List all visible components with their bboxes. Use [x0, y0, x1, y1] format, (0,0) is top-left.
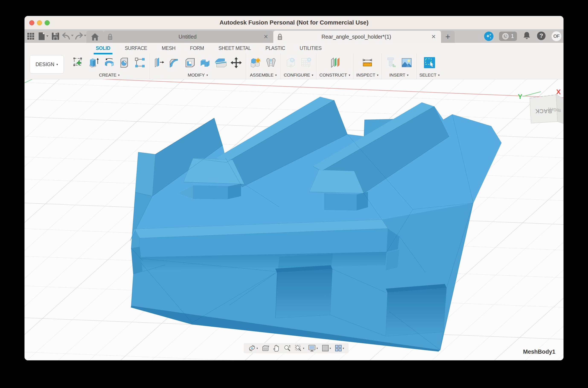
dropdown-caret-icon: ▾ — [343, 347, 344, 350]
x-axis-line — [98, 79, 563, 98]
home-icon[interactable] — [86, 31, 103, 43]
canvas-icon[interactable] — [400, 54, 413, 71]
3d-viewport[interactable]: BACK RIGHT X Y ▾ — [25, 79, 563, 360]
viewport-canvas[interactable]: BACK RIGHT X Y — [25, 79, 563, 360]
pan-icon[interactable] — [272, 344, 281, 352]
tab-surface[interactable]: SURFACE — [118, 43, 154, 53]
new-tab-button[interactable]: + — [441, 31, 455, 43]
pedestal-middle-front — [193, 186, 228, 199]
pattern-icon[interactable] — [133, 54, 147, 71]
rail-left-cap — [135, 152, 155, 196]
clock-history-badge[interactable]: 1 — [499, 32, 517, 41]
notification-bell-icon[interactable] — [522, 31, 531, 41]
configuration-icon[interactable] — [284, 54, 297, 71]
new-component-icon[interactable] — [249, 54, 262, 71]
create-sketch-icon[interactable] — [72, 54, 85, 71]
title-bar: Autodesk Fusion Personal (Not for Commer… — [25, 16, 563, 29]
joint-icon[interactable] — [264, 54, 278, 71]
modify-group-dropdown[interactable]: MODIFY ▾ — [188, 72, 208, 78]
tab-rear-angle-spool-holder[interactable]: Rear_angle_spool_holder*(1) ✕ — [273, 31, 441, 43]
fillet-icon[interactable] — [168, 54, 181, 71]
close-tab-icon[interactable]: ✕ — [430, 33, 437, 40]
assemble-group-dropdown[interactable]: ASSEMBLE ▾ — [250, 72, 277, 78]
app-grid-icon[interactable] — [25, 29, 37, 43]
construct-group-dropdown[interactable]: CONSTRUCT ▾ — [319, 72, 350, 78]
group-create: CREATE ▾ — [69, 53, 150, 79]
group-label: INSPECT — [356, 73, 375, 78]
ribbon: SOLID SURFACE MESH FORM SHEET METAL PLAS… — [25, 43, 563, 79]
y-axis-label: Y — [518, 93, 522, 100]
dropdown-caret-icon: ▾ — [118, 73, 120, 77]
group-select: SELECT ▾ — [416, 53, 443, 79]
configure-group-dropdown[interactable]: CONFIGURE ▾ — [284, 72, 313, 78]
lock-icon — [277, 33, 283, 40]
tab-solid[interactable]: SOLID — [89, 43, 118, 53]
design-workspace-dropdown[interactable]: DESIGN ▾ — [30, 55, 64, 73]
file-menu-button[interactable] — [37, 29, 49, 43]
tab-untitled[interactable]: Untitled ✕ — [103, 31, 273, 43]
display-settings-icon[interactable]: ▾ — [307, 344, 319, 352]
group-label: ASSEMBLE — [250, 73, 274, 78]
channel-right — [386, 250, 399, 270]
revolve-icon[interactable] — [103, 54, 116, 71]
ribbon-tabs: SOLID SURFACE MESH FORM SHEET METAL PLAS… — [89, 43, 329, 53]
document-tab-bar: Untitled ✕ Rear_angle_spool_holder*(1) ✕… — [25, 29, 563, 43]
dropdown-caret-icon: ▾ — [377, 73, 379, 77]
clock-icon — [502, 33, 509, 40]
fit-zoom-icon[interactable]: ▾ — [294, 344, 306, 352]
mesh-body-status-label: MeshBody1 — [523, 349, 555, 355]
dropdown-caret-icon: ▾ — [256, 347, 258, 350]
insert-fastener-icon[interactable] — [385, 54, 398, 71]
create-group-dropdown[interactable]: CREATE ▾ — [99, 72, 120, 78]
pocket1-interior — [276, 269, 332, 318]
dropdown-caret-icon: ▾ — [275, 73, 277, 77]
move-copy-icon[interactable] — [230, 54, 243, 71]
insert-group-dropdown[interactable]: INSERT ▾ — [389, 72, 409, 78]
redo-icon[interactable] — [74, 29, 86, 43]
tab-utilities[interactable]: UTILITIES — [292, 43, 329, 53]
look-at-icon[interactable] — [261, 345, 270, 352]
group-label: INSERT — [389, 73, 405, 78]
group-modify: MODIFY ▾ — [150, 53, 246, 79]
help-icon[interactable]: ? — [537, 31, 546, 41]
shell-icon[interactable] — [183, 54, 197, 71]
dropdown-caret-icon: ▾ — [316, 347, 318, 350]
select-group-dropdown[interactable]: SELECT ▾ — [419, 72, 440, 78]
combine-icon[interactable] — [199, 54, 212, 71]
close-tab-icon[interactable]: ✕ — [262, 33, 269, 40]
press-pull-icon[interactable] — [153, 54, 166, 71]
y-axis-line — [25, 79, 33, 83]
pocket2-interior — [386, 288, 447, 336]
tab-form[interactable]: FORM — [183, 43, 211, 53]
dropdown-caret-icon: ▾ — [330, 347, 331, 350]
navigation-toolbar: ▾ — [244, 343, 349, 353]
pedestal-right-side — [357, 192, 368, 210]
split-body-icon[interactable] — [214, 54, 228, 71]
zoom-icon[interactable] — [282, 344, 292, 352]
ai-sparkle-icon[interactable] — [484, 32, 493, 41]
group-label: CONFIGURE — [284, 73, 310, 78]
orbit-icon[interactable]: ▾ — [247, 344, 259, 352]
configuration-table-icon[interactable] — [300, 54, 313, 71]
measure-icon[interactable] — [361, 54, 374, 71]
select-icon[interactable] — [423, 54, 436, 71]
mesh-body-model[interactable] — [130, 97, 501, 352]
construction-plane-icon[interactable] — [328, 54, 341, 71]
dropdown-caret-icon: ▾ — [312, 73, 313, 77]
undo-icon[interactable] — [62, 29, 74, 43]
tab-label: Untitled — [113, 34, 262, 40]
extrude-icon[interactable] — [87, 54, 101, 71]
inspect-group-dropdown[interactable]: INSPECT ▾ — [356, 72, 379, 78]
group-label: MODIFY — [188, 73, 205, 78]
save-icon[interactable] — [49, 29, 62, 43]
hole-icon[interactable] — [118, 54, 131, 71]
tab-plastic[interactable]: PLASTIC — [258, 43, 292, 53]
tab-mesh[interactable]: MESH — [154, 43, 183, 53]
viewports-icon[interactable]: ▾ — [334, 344, 345, 352]
tab-sheet-metal[interactable]: SHEET METAL — [211, 43, 258, 53]
pedestal-right-front — [324, 193, 357, 210]
grid-settings-icon[interactable]: ▾ — [321, 344, 332, 352]
dropdown-caret-icon: ▾ — [438, 73, 439, 77]
history-count: 1 — [511, 33, 514, 39]
avatar[interactable]: OF — [552, 31, 561, 41]
